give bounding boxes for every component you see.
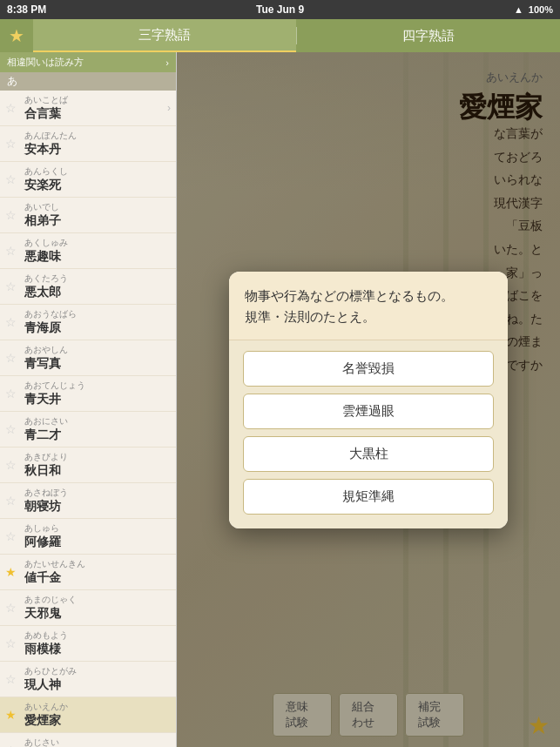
list-item[interactable]: ☆ あおやしん 青写真 — [0, 340, 176, 376]
list-item[interactable]: ☆ あいでし 相弟子 — [0, 198, 176, 233]
item-text: あじさい 紫陽花 — [24, 737, 171, 747]
battery-icon: 100% — [529, 4, 553, 15]
star-icon[interactable]: ☆ — [5, 636, 19, 650]
section-label-a: あ — [0, 72, 176, 91]
wifi-icon: ▲ — [514, 4, 523, 15]
list-item[interactable]: ☆ あんらくし 安楽死 — [0, 162, 176, 198]
sidebar-header: 相違関いは読み方 › — [0, 52, 176, 72]
star-icon[interactable]: ☆ — [5, 744, 19, 747]
item-kanji: 相弟子 — [24, 213, 171, 229]
star-icon[interactable]: ☆ — [5, 279, 19, 293]
tab-3char[interactable]: 三字熟語 — [33, 19, 296, 52]
star-icon[interactable]: ☆ — [5, 529, 19, 543]
list-item[interactable]: ☆ あいことば 合言葉 › — [0, 91, 176, 126]
star-icon[interactable]: ★ — [5, 565, 19, 579]
item-reading: あおにさい — [24, 415, 171, 427]
item-kanji: 阿修羅 — [24, 535, 171, 550]
item-text: あおにさい 青二才 — [24, 415, 171, 443]
item-reading: あんらくし — [24, 165, 171, 178]
item-text: あきびより 秋日和 — [24, 451, 171, 479]
item-text: あおうなばら 青海原 — [24, 308, 171, 336]
item-kanji: 天邪鬼 — [24, 606, 171, 622]
star-icon[interactable]: ☆ — [5, 422, 19, 436]
item-text: あいえんか 愛煙家 — [24, 701, 171, 729]
item-reading: あらひとがみ — [24, 665, 171, 677]
sidebar-chevron: › — [165, 57, 169, 68]
star-icon[interactable]: ☆ — [5, 387, 19, 400]
item-reading: あおてんじょう — [24, 380, 171, 392]
item-reading: あたいせんきん — [24, 558, 171, 570]
list-item[interactable]: ☆ あんぽんたん 安本丹 — [0, 126, 176, 162]
item-reading: あいでし — [24, 201, 171, 213]
item-text: あんぽんたん 安本丹 — [24, 130, 171, 158]
status-date: Tue Jun 9 — [256, 3, 304, 16]
star-icon[interactable]: ☆ — [5, 244, 19, 258]
star-icon[interactable]: ☆ — [5, 315, 19, 329]
quiz-option-3[interactable]: 大黒柱 — [243, 436, 494, 472]
quiz-options: 名誉毀損 雲煙過眼 大黒柱 規矩準縄 — [229, 340, 508, 528]
star-icon[interactable]: ☆ — [5, 672, 19, 686]
list-item[interactable]: ★ あいえんか 愛煙家 — [0, 697, 176, 733]
item-kanji: 安本丹 — [24, 142, 171, 158]
quiz-header: 物事や行為などの標準となるもの。規準・法則のたとえ。 — [229, 272, 508, 340]
item-reading: あまのじゃく — [24, 594, 171, 606]
item-reading: あめもよう — [24, 629, 171, 642]
star-icon[interactable]: ☆ — [5, 101, 19, 115]
star-icon[interactable]: ★ — [5, 708, 19, 722]
item-text: あまのじゃく 天邪鬼 — [24, 594, 171, 622]
item-kanji: 悪太郎 — [24, 285, 171, 300]
item-text: あいことば 合言葉 — [24, 94, 167, 122]
item-kanji: 安楽死 — [24, 178, 171, 193]
sidebar: 相違関いは読み方 › あ ☆ あいことば 合言葉 › ☆ あんぽんたん 安本丹 … — [0, 52, 177, 747]
item-reading: あじさい — [24, 737, 171, 747]
item-text: あさねぼう 朝寝坊 — [24, 487, 171, 515]
star-icon[interactable]: ☆ — [5, 494, 19, 508]
favorites-icon[interactable]: ★ — [0, 19, 33, 52]
list-item[interactable]: ☆ あおてんじょう 青天井 — [0, 376, 176, 412]
item-text: あおやしん 青写真 — [24, 344, 171, 372]
item-kanji: 朝寝坊 — [24, 499, 171, 515]
item-reading: あんぽんたん — [24, 130, 171, 142]
star-icon[interactable]: ☆ — [5, 601, 19, 615]
list-item[interactable]: ☆ あおにさい 青二才 — [0, 412, 176, 448]
list-item[interactable]: ☆ あしゅら 阿修羅 — [0, 519, 176, 555]
star-icon[interactable]: ☆ — [5, 458, 19, 472]
quiz-option-1[interactable]: 名誉毀損 — [243, 351, 494, 387]
item-kanji: 青海原 — [24, 320, 171, 336]
item-text: あしゅら 阿修羅 — [24, 522, 171, 550]
item-reading: あおうなばら — [24, 308, 171, 320]
content-area: あいえんか 愛煙家 な言葉がておどろいられな現代漢字「豆板いた。と家」ったばこを… — [177, 52, 560, 747]
list-item[interactable]: ☆ あくしゅみ 悪趣味 — [0, 233, 176, 269]
list-item[interactable]: ☆ あめもよう 雨模様 — [0, 626, 176, 662]
item-text: あんらくし 安楽死 — [24, 165, 171, 193]
list-item[interactable]: ★ あたいせんきん 値千金 — [0, 555, 176, 590]
item-kanji: 現人神 — [24, 677, 171, 693]
star-icon[interactable]: ☆ — [5, 208, 19, 222]
item-text: あめもよう 雨模様 — [24, 629, 171, 657]
item-text: あおてんじょう 青天井 — [24, 380, 171, 407]
item-reading: あくしゅみ — [24, 237, 171, 249]
star-icon[interactable]: ☆ — [5, 137, 19, 151]
star-icon[interactable]: ☆ — [5, 172, 19, 186]
list-item[interactable]: ☆ あさねぼう 朝寝坊 — [0, 483, 176, 519]
item-kanji: 愛煙家 — [24, 713, 171, 729]
quiz-modal: 物事や行為などの標準となるもの。規準・法則のたとえ。 名誉毀損 雲煙過眼 大黒柱… — [229, 272, 508, 528]
quiz-option-2[interactable]: 雲煙過眼 — [243, 394, 494, 429]
list-item[interactable]: ☆ あまのじゃく 天邪鬼 — [0, 590, 176, 626]
list-item[interactable]: ☆ あおうなばら 青海原 — [0, 305, 176, 340]
tab-4char[interactable]: 四字熟語 — [297, 19, 560, 52]
sidebar-header-text: 相違関いは読み方 — [7, 56, 84, 69]
chevron-icon: › — [167, 102, 171, 114]
item-text: あたいせんきん 値千金 — [24, 558, 171, 586]
item-reading: あいえんか — [24, 701, 171, 713]
star-icon[interactable]: ☆ — [5, 351, 19, 365]
item-text: あらひとがみ 現人神 — [24, 665, 171, 693]
list-item[interactable]: ☆ あきびより 秋日和 — [0, 448, 176, 483]
list-item[interactable]: ☆ あくたろう 悪太郎 — [0, 269, 176, 305]
quiz-option-4[interactable]: 規矩準縄 — [243, 479, 494, 515]
list-item[interactable]: ☆ あらひとがみ 現人神 — [0, 662, 176, 697]
item-reading: あくたろう — [24, 273, 171, 285]
status-bar: 8:38 PM Tue Jun 9 ▲ 100% — [0, 0, 560, 19]
status-right: ▲ 100% — [514, 4, 553, 15]
list-item[interactable]: ☆ あじさい 紫陽花 — [0, 733, 176, 747]
